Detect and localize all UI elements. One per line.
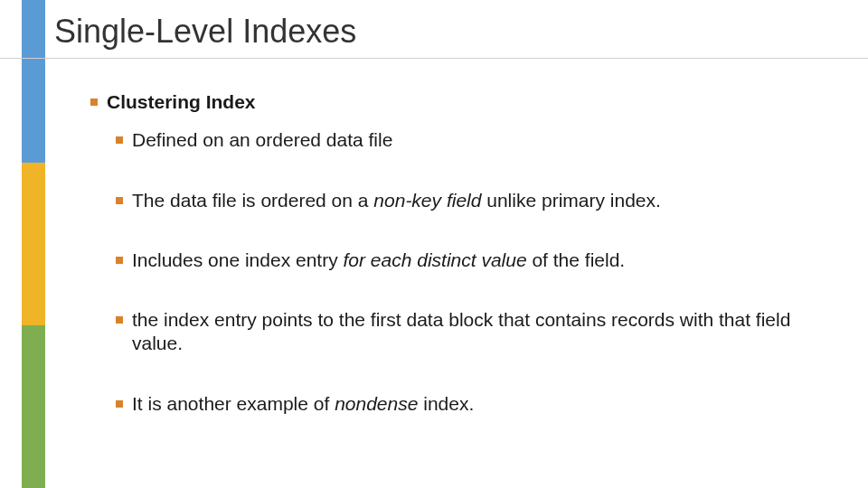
accent-bar-green bbox=[22, 325, 45, 488]
list-text: It is another example of nondense index. bbox=[132, 392, 832, 416]
emphasis-text: non-key field bbox=[373, 190, 481, 211]
emphasis-text: for each distinct value bbox=[343, 249, 526, 270]
list-text: Includes one index entry for each distin… bbox=[132, 249, 832, 272]
text-fragment: The data file is ordered on a bbox=[132, 190, 373, 211]
bullet-icon bbox=[116, 197, 123, 204]
list-text: The data file is ordered on a non-key fi… bbox=[132, 189, 832, 212]
list-text: the index entry points to the first data… bbox=[132, 308, 832, 356]
list-item: It is another example of nondense index. bbox=[116, 392, 832, 416]
accent-sidebar bbox=[0, 0, 45, 488]
bullet-icon bbox=[116, 136, 123, 144]
text-fragment: index. bbox=[418, 393, 474, 414]
title-divider bbox=[0, 58, 868, 59]
list-item: The data file is ordered on a non-key fi… bbox=[116, 189, 832, 212]
bullet-icon bbox=[90, 99, 98, 106]
bullet-icon bbox=[116, 257, 123, 264]
list-item: Includes one index entry for each distin… bbox=[116, 249, 832, 272]
bullet-icon bbox=[116, 316, 123, 324]
list-item: the index entry points to the first data… bbox=[116, 308, 832, 356]
emphasis-text: nondense bbox=[335, 393, 418, 414]
text-fragment: unlike primary index. bbox=[481, 190, 660, 211]
text-fragment: Includes one index entry bbox=[132, 249, 343, 270]
list-text: Defined on an ordered data file bbox=[132, 128, 832, 152]
accent-bar-yellow bbox=[22, 163, 45, 325]
section-heading: Clustering Index bbox=[107, 90, 832, 114]
list-item: Defined on an ordered data file bbox=[116, 128, 832, 152]
text-fragment: of the field. bbox=[527, 249, 626, 270]
bullet-icon bbox=[116, 400, 123, 408]
content-body: Clustering Index Defined on an ordered d… bbox=[90, 90, 832, 416]
accent-bar-blue bbox=[22, 0, 45, 163]
text-fragment: It is another example of bbox=[132, 393, 335, 414]
page-title: Single-Level Indexes bbox=[54, 13, 356, 51]
list-item: Clustering Index bbox=[90, 90, 832, 114]
